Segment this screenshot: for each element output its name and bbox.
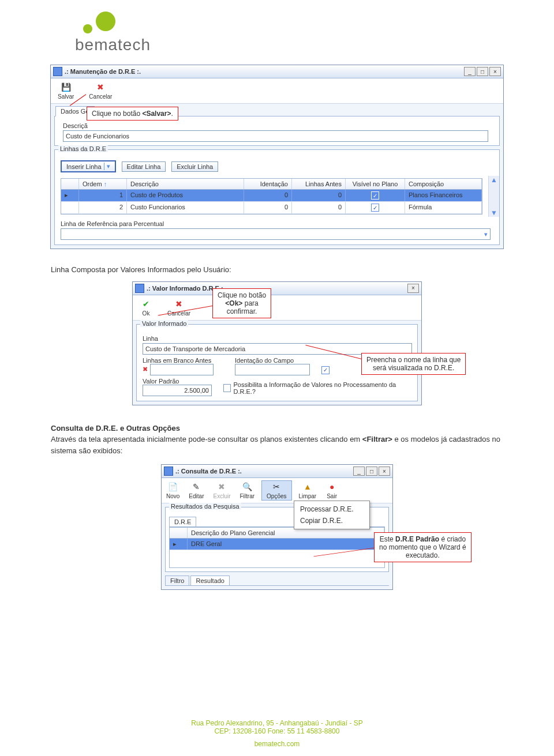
input-identacao[interactable] <box>235 364 310 375</box>
callout-salvar: Clique no botão <Salvar>. <box>87 107 178 121</box>
toolbar: ✔ Ok ✖ Cancelar <box>133 295 421 321</box>
lbl-valor-padrao: Valor Padrão <box>143 378 218 385</box>
col-visivel[interactable]: Visível no Plano <box>346 179 405 189</box>
minimize-button[interactable]: _ <box>464 67 476 76</box>
titlebar[interactable]: .: Valor Informado D.R.E :. × <box>133 282 421 295</box>
options-menu: Processar D.R.E. Copiar D.R.E. <box>294 501 370 529</box>
button-excluir-linha[interactable]: Excluir Linha <box>171 161 218 172</box>
row-indicator-icon: ▸ <box>61 190 79 201</box>
callout-ok: Clique no botão<Ok> paraconfirmar. <box>212 288 271 318</box>
logo-dot-large <box>96 12 115 31</box>
menu-copiar[interactable]: Copiar D.R.E. <box>294 515 369 526</box>
table-row[interactable]: 2 Custo Funcionarios 0 0 ✓ Fórmula <box>61 202 482 214</box>
app-icon <box>135 284 144 293</box>
window-title: .: Consulta de D.R.E :. <box>175 468 242 475</box>
menu-processar[interactable]: Processar D.R.E. <box>294 503 369 515</box>
footer-site[interactable]: bematech.com <box>0 740 554 748</box>
button-sair[interactable]: ●Sair <box>323 480 340 501</box>
button-editar-linha[interactable]: Editar Linha <box>122 161 166 172</box>
window-consulta-dre: .: Consulta de D.R.E :. _ □ × 📄Novo ✎Edi… <box>161 464 393 590</box>
table-row[interactable]: ▸ 1 Custo de Produtos 0 0 ✓ Planos Finan… <box>61 190 482 202</box>
scroll-up-icon[interactable]: ▲ <box>491 176 497 184</box>
input-valor-padrao[interactable]: 2.500,00 <box>143 385 212 396</box>
window-title: .: Manutenção de D.R.E :. <box>65 68 141 75</box>
lbl-descricao: Descriçã <box>63 122 491 129</box>
bottom-tabstrip: Filtro Resultado <box>165 576 389 586</box>
footer-cep: CEP: 13208-160 Fone: 55 11 4583-8800 <box>0 727 554 735</box>
window-manutencao-dre: .: Manutenção de D.R.E :. _ □ × 💾 Salvar… <box>50 65 504 249</box>
scrollbar[interactable]: ▲ ▼ <box>488 176 499 217</box>
close-button[interactable]: × <box>379 467 390 476</box>
col-descricao[interactable]: Descrição <box>127 179 244 189</box>
footer-address: Rua Pedro Alexandrino, 95 - Anhangabaú -… <box>0 719 554 727</box>
ok-button[interactable]: ✔ Ok <box>137 298 155 318</box>
col-identacao[interactable]: Identação <box>244 179 292 189</box>
search-icon: 🔍 <box>241 482 253 492</box>
minimize-button[interactable]: _ <box>353 467 365 476</box>
col-composicao[interactable]: Composição <box>405 179 482 189</box>
input-linhas-branco[interactable] <box>150 364 214 375</box>
button-filtrar[interactable]: 🔍Filtrar <box>238 480 257 501</box>
trash-icon: ✖ <box>215 482 228 492</box>
toolbar: 💾 Salvar ✖ Cancelar <box>51 78 503 104</box>
app-icon <box>53 67 62 76</box>
row-indicator-icon: ▸ <box>170 539 188 550</box>
dropdown-linha-referencia[interactable]: ▾ <box>61 228 491 240</box>
tab-filtro[interactable]: Filtro <box>165 576 189 585</box>
maximize-button[interactable]: □ <box>366 467 377 476</box>
button-opcoes[interactable]: ✂Opções <box>261 480 291 501</box>
logo-dot-small <box>83 24 92 33</box>
tab-dre[interactable]: D.R.E <box>169 517 196 526</box>
floppy-icon: 💾 <box>59 82 72 92</box>
lbl-linha-referencia: Linha de Referência para Percentual <box>61 220 493 227</box>
group-linhas-dre: Linhas da D.R.E <box>58 145 108 152</box>
file-new-icon: 📄 <box>167 482 179 492</box>
group-valor-informado: Valor Informado <box>140 320 188 327</box>
maximize-button[interactable]: □ <box>477 67 488 76</box>
cancel-icon: ✖ <box>94 82 107 92</box>
chevron-down-icon: ▾ <box>104 163 110 170</box>
callout-dre-padrao: Este D.R.E Padrão é criado no momento qu… <box>374 532 471 562</box>
lbl-possibilita: Possibilita a Informação de Valores no P… <box>233 381 411 395</box>
titlebar[interactable]: .: Manutenção de D.R.E :. _ □ × <box>51 65 503 78</box>
toolbar: 📄Novo ✎Editar ✖Excluir 🔍Filtrar ✂Opções … <box>162 478 392 503</box>
input-descricao[interactable]: Custo de Funcionarios <box>63 130 488 142</box>
button-novo[interactable]: 📄Novo <box>164 480 182 501</box>
titlebar[interactable]: .: Consulta de D.R.E :. _ □ × <box>162 465 392 478</box>
broom-icon: ▲ <box>301 482 314 492</box>
checkbox-icon[interactable]: ✓ <box>321 366 330 374</box>
cancel-button[interactable]: ✖ Cancelar <box>165 298 193 318</box>
col-ordem[interactable]: Ordem ↑ <box>79 179 127 189</box>
tools-icon: ✂ <box>270 482 283 492</box>
col-linhas-antes[interactable]: Linhas Antes <box>292 179 346 189</box>
sort-up-icon: ↑ <box>104 180 107 187</box>
checkbox-checked-icon[interactable]: ✓ <box>371 191 379 200</box>
checkbox-empty-icon[interactable] <box>223 384 231 392</box>
grid-header: Ordem ↑ Descrição Identação Linhas Antes… <box>61 179 482 190</box>
close-button[interactable]: × <box>407 284 419 293</box>
button-inserir-linha[interactable]: Inserir Linha▾ <box>61 160 116 172</box>
button-editar[interactable]: ✎Editar <box>186 480 206 501</box>
cancel-button[interactable]: ✖ Cancelar <box>87 81 114 101</box>
tab-resultado[interactable]: Resultado <box>190 576 230 585</box>
window-valor-informado: .: Valor Informado D.R.E :. × ✔ Ok ✖ Can… <box>132 281 422 405</box>
exit-icon: ● <box>325 482 338 492</box>
app-icon <box>164 467 173 476</box>
group-resultados: Resultados da Pesquisa <box>169 503 241 510</box>
lbl-linhas-branco: Linhas em Branco Antes <box>143 357 229 364</box>
scroll-down-icon[interactable]: ▼ <box>491 209 497 217</box>
close-button[interactable]: × <box>489 67 501 76</box>
section-text: Linha Composta por Valores Informados pe… <box>51 264 503 276</box>
check-circle-icon: ✔ <box>140 299 152 309</box>
callout-preencha: Preencha o nome da linha queserá visuali… <box>361 353 466 375</box>
section-heading: Consulta de D.R.E. e Outras Opções Atrav… <box>51 423 503 457</box>
button-excluir[interactable]: ✖Excluir <box>211 480 233 501</box>
logo-name: bematech <box>75 36 554 54</box>
table-row[interactable]: ▸ DRE Geral <box>170 539 384 550</box>
save-button[interactable]: 💾 Salvar <box>55 81 76 101</box>
checkbox-checked-icon[interactable]: ✓ <box>371 204 379 212</box>
button-limpar[interactable]: ▲Limpar <box>297 480 319 501</box>
page-footer: Rua Pedro Alexandrino, 95 - Anhangabaú -… <box>0 719 554 748</box>
pencil-icon: ✎ <box>190 482 203 492</box>
logo: bematech <box>0 0 554 54</box>
